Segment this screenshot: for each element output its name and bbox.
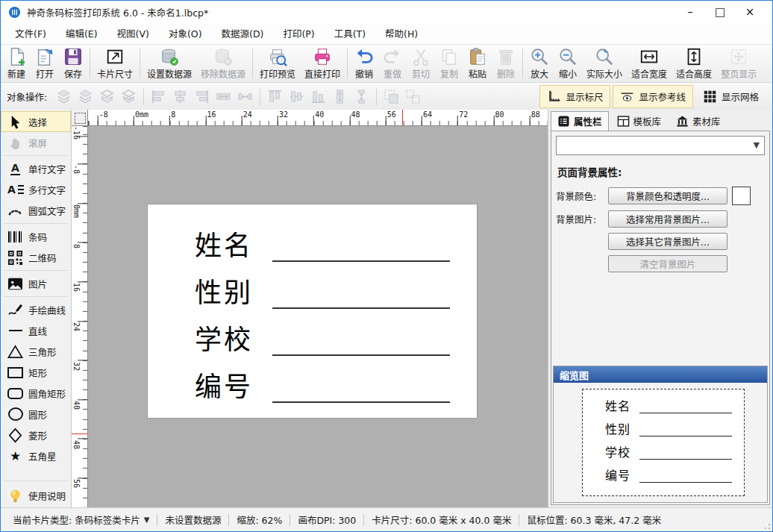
tool-single-line-text[interactable]: A 单行文字 [1,158,71,179]
tab-properties[interactable]: 属性栏 [551,111,609,131]
menu-print[interactable]: 打印(P) [273,24,324,44]
thumbnail-row: 性别 [583,417,744,440]
sidebar-separator [4,270,68,271]
object-select-combobox[interactable]: ▼ [556,136,765,155]
card-field-row[interactable]: 性别 [148,271,477,318]
tool-arc-text[interactable]: 圆弧文字 [1,200,71,221]
vertical-ruler: -16-80mm8162432404856 [72,126,88,507]
show-grid-toggle[interactable]: 显示网格 [695,85,766,108]
tool-select[interactable]: 选择 [1,111,71,132]
h-ruler-label: 48 [351,110,360,119]
menu-view[interactable]: 视图(V) [107,24,159,44]
chevron-down-icon: ▼ [754,137,760,154]
field-underline[interactable] [272,260,450,262]
bank-icon [676,115,689,128]
menu-edit[interactable]: 编辑(E) [56,24,107,44]
card-field-row[interactable]: 学校 [148,318,477,365]
new-button[interactable]: 新建 [2,45,31,82]
tool-qrcode[interactable]: 二维码 [1,247,71,268]
design-canvas[interactable]: 姓名 性别 学校 编号 [88,126,548,507]
card-field-row[interactable]: 编号 [148,365,477,412]
menu-object[interactable]: 对象(O) [159,24,212,44]
card-field-row[interactable]: 姓名 [148,224,477,271]
v-ruler-label: -8 [72,165,81,174]
field-label[interactable]: 性别 [195,271,253,310]
menu-tools[interactable]: 工具(T) [325,24,375,44]
background-color-button[interactable]: 背景颜色和透明度... [608,187,727,204]
template-window-icon [617,115,630,128]
zoom-in-icon [530,47,549,66]
redo-icon [383,47,402,66]
tool-triangle[interactable]: 三角形 [1,341,71,362]
tool-star[interactable]: ★ 五角星 [1,445,71,466]
tool-freehand-curve[interactable]: 手绘曲线 [1,299,71,320]
show-guides-toggle[interactable]: 显示参考线 [613,85,693,108]
menu-help[interactable]: 帮助(H) [375,24,428,44]
tool-barcode[interactable]: 条码 [1,226,71,247]
undo-button[interactable]: 撤销 [350,45,378,82]
main-area: 选择 滚屏 A 单行文字 A 多行文字 圆弧文字 条码 二维码 [1,110,772,507]
choose-common-background-button[interactable]: 选择常用背景图片... [608,210,727,228]
field-underline[interactable] [272,354,450,356]
rounded-rectangle-icon [7,388,24,399]
field-underline[interactable] [272,307,450,309]
print-preview-icon [268,47,287,66]
database-add-icon [160,47,179,66]
paste-button[interactable]: 粘贴 [463,45,492,82]
thumbnail-row: 编号 [583,463,744,486]
direct-print-button[interactable]: 直接打印 [300,45,345,82]
thumbnail-title: 缩览图 [554,366,767,383]
menu-datasource[interactable]: 数据源(D) [212,24,274,44]
h-ruler-label: 0mm [135,110,148,119]
thumbnail-preview: 姓名 性别 学校 编号 [582,389,745,496]
set-datasource-button[interactable]: 设置数据源 [143,45,196,82]
fit-width-button[interactable]: 适合宽度 [627,45,672,82]
actual-size-button[interactable]: 实际大小 [582,45,627,82]
tab-template-library[interactable]: 模板库 [610,111,669,131]
send-backward-icon [98,88,116,105]
h-ruler-label: 40 [315,110,324,119]
cursor-icon [7,114,24,130]
field-underline[interactable] [272,401,450,403]
canvas-area[interactable]: -80mm816243240485664728088 -16-80mm81624… [72,110,548,507]
save-button[interactable]: 保存 [59,45,87,82]
v-ruler-label: 48 [72,440,81,449]
tool-circle[interactable]: 圆形 [1,404,71,425]
minimize-button[interactable]: – [675,1,705,24]
tool-diamond[interactable]: 菱形 [1,425,71,445]
resize-grip[interactable] [762,521,771,530]
help-button[interactable]: 使用说明 [1,484,71,507]
tool-multi-line-text[interactable]: A 多行文字 [1,179,71,200]
objectbar-separator [376,89,377,105]
tab-material-library[interactable]: 素材库 [669,111,727,131]
card-size-button[interactable]: 卡片尺寸 [93,45,137,82]
label-card[interactable]: 姓名 性别 学校 编号 [148,204,477,418]
field-label[interactable]: 学校 [195,318,253,357]
zoom-in-button[interactable]: 放大 [525,45,554,82]
fit-height-button[interactable]: 适合高度 [672,45,716,82]
datasource-status: 未设置数据源 [157,513,228,527]
redo-button: 重做 [378,45,407,82]
menu-file[interactable]: 文件(F) [5,24,56,44]
mouse-x-indicator [402,110,403,125]
field-label[interactable]: 姓名 [195,224,253,263]
v-ruler-label: 32 [72,362,81,371]
tool-line[interactable]: 直线 [1,320,71,341]
field-label[interactable]: 编号 [195,365,253,404]
close-button[interactable]: × [735,1,765,24]
zoom-out-icon [558,47,578,66]
chevron-down-icon: ▼ [144,516,150,524]
zoom-out-button[interactable]: 缩小 [554,45,582,82]
tool-rectangle[interactable]: 矩形 [1,362,71,383]
maximize-button[interactable]: □ [705,1,735,24]
card-type-dropdown[interactable]: 当前卡片类型: 条码标签类卡片 ▼ [5,513,157,527]
show-ruler-toggle[interactable]: 显示标尺 [539,85,610,108]
print-preview-button[interactable]: 打印预览 [255,45,300,82]
open-button[interactable]: 打开 [31,45,59,82]
sidebar-separator [4,481,68,481]
choose-other-background-button[interactable]: 选择其它背景图片... [608,233,727,250]
tool-image[interactable]: 图片 [1,273,71,294]
ungroup-icon [404,88,422,105]
tool-rounded-rectangle[interactable]: 圆角矩形 [1,383,71,404]
dpi-status: 画布DPI: 300 [290,513,363,527]
